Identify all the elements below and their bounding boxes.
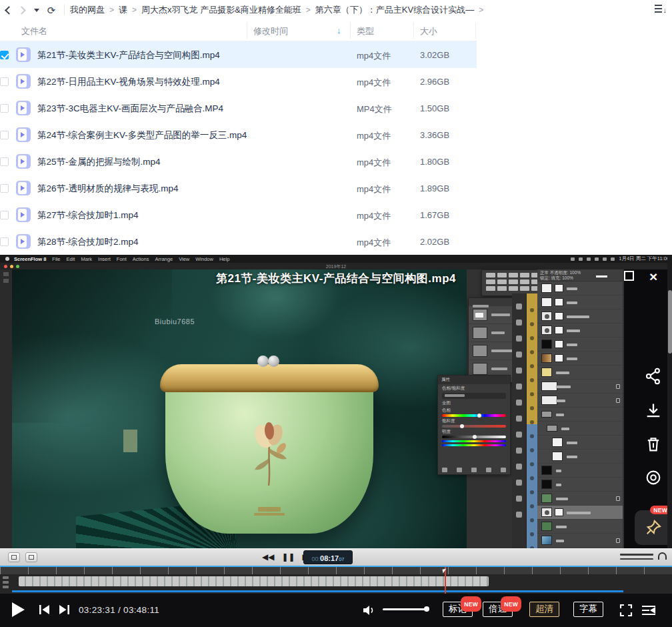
volume-knob[interactable] [424,606,429,612]
row-checkbox[interactable] [0,237,9,246]
subtitle-button[interactable]: 字幕 [573,602,603,617]
row-checkbox[interactable] [0,77,9,86]
breadcrumb-item[interactable]: 课 [119,4,127,16]
menubar-item[interactable]: ScreenFlow 8 [14,256,46,262]
menubar-item[interactable]: Insert [98,256,111,262]
breadcrumb-item[interactable]: 第六章（下）：产品主KV综合设计实战— [315,4,474,16]
row-checkbox[interactable] [0,157,9,166]
pin-shortcut-card[interactable]: NEW [635,510,672,545]
menubar-item[interactable]: Help [219,256,229,262]
column-header-modified[interactable]: 修改时间 [253,25,288,37]
history-dropdown-button[interactable] [29,3,44,17]
row-checkbox[interactable] [0,51,9,59]
table-row[interactable]: 第28节-综合技加时2.mp4 mp4文件 2.02GB [0,228,477,255]
layer-eye-icon[interactable] [530,392,534,396]
file-size: 1.80GB [420,157,449,167]
layer-eye-icon[interactable] [530,322,534,326]
row-checkbox[interactable] [0,131,9,139]
timeline-playhead[interactable] [445,567,446,595]
layer-eye-icon[interactable] [530,434,534,438]
maximize-button[interactable] [624,271,634,281]
file-name[interactable]: 第24节-综合案例主KV-多类型产品图的举一反三.mp4 [37,129,247,141]
minimize-button[interactable] [596,271,608,281]
layer-eye-icon[interactable] [530,420,534,424]
fullscreen-icon[interactable] [618,602,634,618]
share-icon[interactable] [644,367,663,386]
layer-eye-icon[interactable] [530,532,534,536]
file-name[interactable]: 第27节-综合技加时1.mp4 [37,209,139,221]
layer-eye-icon[interactable] [530,406,534,410]
column-header-type[interactable]: 类型 [357,25,374,37]
preset-dropdown[interactable] [442,393,506,399]
file-name[interactable]: 第25节-金属的把握与绘制.mp4 [37,156,161,168]
file-type: mp4文件 [357,130,391,142]
layer-eye-icon[interactable] [530,364,534,368]
menubar-item[interactable]: Arrange [155,256,173,262]
table-row[interactable]: 第24节-综合案例主KV-多类型产品图的举一反三.mp4 mp4文件 3.36G… [0,121,477,148]
menubar-item[interactable]: Window [195,256,213,262]
layer-eye-icon[interactable] [530,336,534,340]
quality-button[interactable]: 超清 [529,602,559,617]
menubar-item[interactable]: Actions [133,256,149,262]
play-button[interactable] [12,602,25,617]
layer-eye-icon[interactable] [530,518,534,522]
menubar-item[interactable]: File [52,256,60,262]
layer-eye-icon[interactable] [530,378,534,382]
file-name[interactable]: 第22节-日用品主KV-视角场景与特效处理.mp4 [37,76,220,88]
breadcrumb-item[interactable]: 我的网盘 [70,4,105,16]
hue-slider[interactable] [442,414,506,417]
table-row[interactable]: 第26节-透明材质的规律与表现.mp4 mp4文件 1.89GB [0,175,477,201]
forward-button[interactable] [15,3,29,17]
saturation-slider[interactable] [442,425,506,428]
row-checkbox[interactable] [0,104,9,113]
clip-thumbnail-strip[interactable] [19,576,489,586]
table-row[interactable]: 第27节-综合技加时1.mp4 mp4文件 1.67GB [0,201,477,228]
layer-eye-icon[interactable] [530,490,534,494]
menubar-item[interactable]: Mark [81,256,92,262]
layer-eye-icon[interactable] [530,504,534,508]
table-row[interactable]: 第22节-日用品主KV-视角场景与特效处理.mp4 mp4文件 2.96GB [0,68,477,95]
breadcrumb-item[interactable]: 周大杰x羽飞龙 产品摄影&商业精修全能班 [141,4,301,16]
file-name[interactable]: 第23节-3C电器主KV-画面层次与产品融合.MP4 [37,103,223,115]
close-button[interactable]: × [649,271,663,284]
previous-episode-button[interactable] [39,604,51,616]
playlist-icon[interactable] [640,602,657,618]
speed-button[interactable]: 倍速NEW [483,602,513,617]
column-header-size[interactable]: 大小 [420,25,437,37]
layer-eye-icon[interactable] [530,448,534,452]
menubar-item[interactable]: Font [117,256,127,262]
file-name[interactable]: 第28节-综合技加时2.mp4 [37,236,139,248]
row-checkbox[interactable] [0,184,9,193]
volume-slider[interactable] [383,608,427,610]
layer-eye-icon[interactable] [530,462,534,466]
menubar-item[interactable]: View [179,256,189,262]
volume-icon[interactable] [361,602,377,618]
column-header-name[interactable]: 文件名 [21,25,47,37]
screenflow-tool-button[interactable] [8,552,20,562]
screenflow-crop-button[interactable] [25,552,37,562]
lightness-slider[interactable] [442,436,506,438]
mark-button[interactable]: 标记NEW [443,602,473,617]
pause-button[interactable]: ❚❚ [281,552,295,562]
table-row[interactable]: 第25节-金属的把握与绘制.mp4 mp4文件 1.80GB [0,148,477,175]
list-sort-button[interactable]: ↓ [655,5,667,15]
record-disc-icon[interactable] [644,468,663,487]
layer-eye-icon[interactable] [530,308,534,312]
layer-eye-icon[interactable] [530,476,534,480]
layer-eye-icon[interactable] [530,350,534,354]
file-name[interactable]: 第26节-透明材质的规律与表现.mp4 [37,183,179,195]
table-row[interactable]: 第21节-美妆类主KV-产品结合与空间构图.mp4 mp4文件 3.02GB [0,41,477,68]
sort-descending-icon[interactable]: ↓ [337,25,341,35]
scrollbar-thumb[interactable] [668,290,672,354]
row-checkbox[interactable] [0,211,9,219]
back-button[interactable] [0,3,15,17]
table-row[interactable]: 第23节-3C电器主KV-画面层次与产品融合.MP4 MP4文件 1.50GB [0,95,477,121]
delete-icon[interactable] [644,435,663,454]
download-icon[interactable] [644,402,663,420]
refresh-button[interactable]: ⟳ [44,3,59,17]
menubar-item[interactable]: Edit [66,256,75,262]
file-name[interactable]: 第21节-美妆类主KV-产品结合与空间构图.mp4 [37,49,220,61]
timeline-ruler[interactable] [0,567,672,574]
step-back-button[interactable]: ◀◀ [262,552,274,562]
next-episode-button[interactable] [57,604,70,616]
